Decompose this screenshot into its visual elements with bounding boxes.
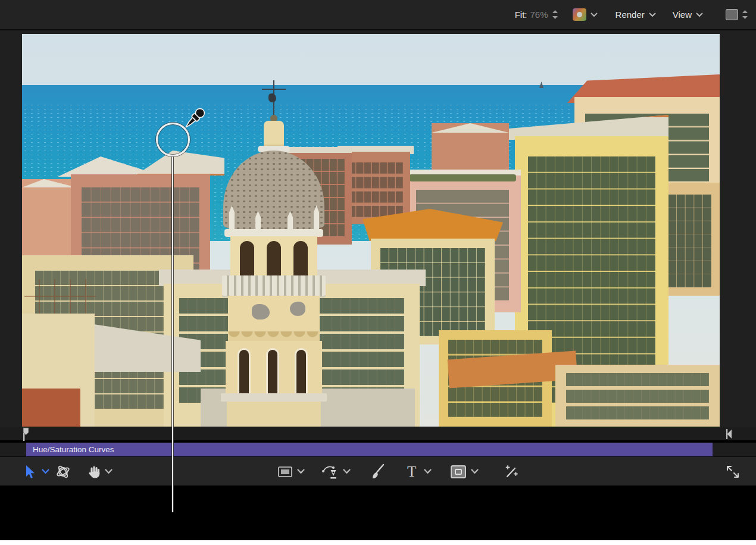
chevron-down-icon — [471, 469, 479, 474]
color-pick-line — [171, 156, 174, 512]
eyedropper-icon — [179, 104, 210, 134]
viewer-toolbar: Fit: 76% Render View — [0, 0, 756, 30]
adjust-tool-button[interactable] — [504, 457, 519, 486]
chevron-down-icon — [42, 469, 49, 474]
in-marker-icon[interactable] — [19, 427, 30, 441]
expand-button[interactable] — [725, 457, 741, 486]
display-option-icon — [726, 9, 738, 20]
out-marker-icon[interactable] — [723, 429, 732, 439]
chevron-down-icon — [105, 469, 113, 474]
canvas-toolbar: T — [0, 456, 756, 486]
clip-label: Hue/Saturation Curves — [33, 445, 114, 454]
pen-tool-icon — [321, 463, 339, 480]
rectangle-tool-menu[interactable] — [297, 457, 305, 486]
text-tool-icon: T — [407, 464, 416, 479]
hand-icon — [87, 464, 101, 480]
color-inspector-control[interactable] — [573, 8, 598, 21]
select-tool-menu[interactable] — [42, 457, 49, 486]
text-tool-button[interactable]: T — [407, 457, 416, 486]
timeline-ruler[interactable] — [0, 427, 756, 441]
chevron-down-icon — [343, 469, 351, 474]
mask-tool-menu[interactable] — [471, 457, 479, 486]
chevron-down-icon — [649, 12, 656, 17]
text-tool-menu[interactable] — [424, 457, 432, 486]
color-swatch-icon — [573, 8, 586, 21]
display-option-control[interactable] — [726, 9, 748, 20]
view-menu[interactable]: View — [673, 10, 703, 20]
mask-tool-button[interactable] — [450, 457, 467, 486]
canvas-area — [0, 30, 756, 427]
view-label: View — [673, 10, 692, 20]
orbit-tool-button[interactable] — [55, 457, 71, 486]
render-label: Render — [616, 10, 645, 20]
photo-roof — [22, 389, 80, 427]
clip-hue-saturation-curves[interactable]: Hue/Saturation Curves — [26, 443, 713, 456]
orbit-icon — [55, 463, 71, 480]
pen-tool-button[interactable] — [321, 457, 339, 486]
video-frame[interactable] — [22, 34, 720, 427]
hand-tool-menu[interactable] — [105, 457, 113, 486]
chevron-down-icon — [696, 12, 703, 17]
page-margin — [0, 540, 756, 545]
display-stepper-icon[interactable] — [742, 10, 748, 20]
brush-tool-button[interactable] — [370, 457, 386, 486]
rectangle-tool-button[interactable] — [277, 457, 293, 486]
expand-icon — [725, 464, 741, 480]
photo-building — [22, 179, 77, 260]
brush-tool-icon — [370, 463, 386, 480]
pen-tool-menu[interactable] — [343, 457, 351, 486]
mask-tool-icon — [450, 465, 467, 479]
chevron-down-icon — [591, 12, 598, 17]
chevron-down-icon — [297, 469, 305, 474]
chevron-down-icon — [424, 469, 432, 474]
select-arrow-icon — [23, 464, 36, 480]
fit-label: Fit: — [515, 10, 527, 20]
zoom-control[interactable]: Fit: 76% — [515, 10, 558, 20]
select-tool-button[interactable] — [23, 457, 36, 486]
zoom-stepper-icon[interactable] — [552, 10, 558, 20]
render-menu[interactable]: Render — [616, 10, 656, 20]
zoom-value: 76% — [530, 10, 548, 20]
bottom-spacer — [0, 486, 756, 540]
rectangle-tool-icon — [277, 465, 293, 478]
adjust-wand-icon — [504, 464, 519, 480]
hand-tool-button[interactable] — [87, 457, 101, 486]
photo-building — [555, 365, 720, 427]
timeline-track: Hue/Saturation Curves — [0, 443, 756, 456]
motion-canvas-window: Fit: 76% Render View — [0, 0, 756, 545]
